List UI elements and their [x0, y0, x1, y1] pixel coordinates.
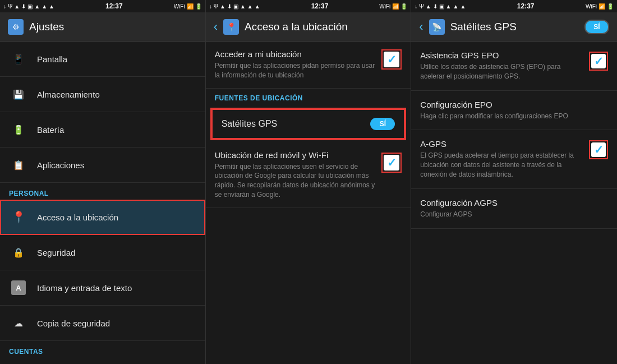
usb-icon: Ψ — [8, 3, 12, 10]
warn2-icon3: ▲ — [247, 3, 253, 10]
warn2-icon4: ▲ — [255, 3, 260, 10]
status-time-1: 12:37 — [105, 2, 123, 10]
status-icons-left-1: ↓ Ψ ▲ ⬇ ▣ ▲ ▲ ▲ — [3, 3, 54, 10]
gps-toggle[interactable]: SÍ — [370, 118, 395, 130]
item-pantalla[interactable]: 📱 Pantalla — [0, 42, 205, 77]
warn3-icon1: ▲ — [426, 3, 431, 10]
gps-epo-item[interactable]: Asistencia GPS EPO Utilice los datos de … — [411, 42, 617, 91]
cam3-icon: ▣ — [439, 3, 444, 10]
notif-icon: ↓ — [3, 3, 6, 10]
almacenamiento-label: Almacenamiento — [37, 90, 196, 99]
status-bar-2: ↓ Ψ ▲ ⬇ ▣ ▲ ▲ ▲ 12:37 WiFi 📶 🔋 — [206, 0, 411, 12]
acceder-desc: Permitir que las aplicaciones pidan perm… — [215, 61, 376, 80]
wifi-icon: WiFi — [174, 3, 185, 10]
gps-epo-checkbox-area[interactable]: ✓ — [589, 52, 608, 71]
red-desc: Permitir que las aplicaciones usen el se… — [215, 162, 376, 200]
notif2-icon: ↓ — [209, 3, 212, 10]
dl2-icon: ⬇ — [227, 3, 232, 10]
item-ubicacion[interactable]: 📍 Acceso a la ubicación — [0, 200, 205, 235]
config-epo-item[interactable]: Configuración EPO Haga clic para modific… — [411, 91, 617, 131]
seguridad-text: Seguridad — [37, 248, 196, 257]
gps-header: ‹ 📡 Satélites GPS SÍ — [411, 12, 617, 42]
item-idioma[interactable]: A Idioma y entrada de texto — [0, 270, 205, 306]
battery-icon: 🔋 — [195, 3, 202, 10]
pantalla-label: Pantalla — [37, 54, 196, 64]
bateria-text: Batería — [37, 125, 196, 135]
config-epo-title: Configuración EPO — [420, 100, 608, 109]
ajustes-header-icon: ⚙ — [8, 19, 24, 35]
almacenamiento-icon: 💾 — [9, 85, 28, 104]
aplicaciones-icon: 📋 — [9, 155, 28, 174]
agps-item[interactable]: A-GPS El GPS pueda acelerar el tiempo pa… — [411, 130, 617, 188]
gps-epo-text: Asistencia GPS EPO Utilice los datos de … — [420, 50, 582, 81]
cam2-icon: ▣ — [233, 3, 238, 10]
acceder-row[interactable]: Acceder a mi ubicación Permitir que las … — [206, 42, 411, 89]
seguridad-icon: 🔒 — [9, 243, 28, 262]
gps-epo-check-icon: ✓ — [594, 54, 604, 68]
dl3-icon: ⬇ — [433, 3, 438, 10]
almacenamiento-text: Almacenamiento — [37, 90, 196, 99]
red-row[interactable]: Ubicación de red móvil y Wi-Fi Permitir … — [206, 142, 411, 208]
item-copia[interactable]: ☁ Copia de seguridad — [0, 306, 205, 341]
gps-epo-checkbox[interactable]: ✓ — [591, 54, 606, 68]
agps-text: A-GPS El GPS pueda acelerar el tiempo pa… — [420, 139, 582, 179]
red-title: Ubicación de red móvil y Wi-Fi — [215, 150, 376, 160]
red-checkbox-area[interactable]: ✓ — [381, 153, 402, 173]
gps-title: Satélites GPS — [222, 119, 278, 129]
config-epo-text: Configuración EPO Haga clic para modific… — [420, 100, 608, 121]
copia-text: Copia de seguridad — [37, 319, 196, 328]
status-icons-right-2: WiFi 📶 🔋 — [379, 3, 407, 10]
config-agps-desc: Configurar AGPS — [420, 210, 608, 219]
gps-content: Asistencia GPS EPO Utilice los datos de … — [411, 42, 617, 364]
acceder-checkbox[interactable]: ✓ — [384, 52, 399, 67]
battery2-icon: 🔋 — [400, 3, 407, 10]
personal-section-label: PERSONAL — [0, 183, 205, 200]
red-checkbox[interactable]: ✓ — [384, 155, 399, 171]
ubicacion-label: Acceso a la ubicación — [37, 213, 196, 222]
ubicacion-content: Acceder a mi ubicación Permitir que las … — [206, 42, 411, 364]
gps-title-header: Satélites GPS — [450, 21, 517, 33]
battery3-icon: 🔋 — [607, 3, 614, 10]
ubicacion-text: Acceso a la ubicación — [37, 213, 196, 222]
agps-checkbox[interactable]: ✓ — [591, 142, 606, 157]
ubicacion-header-icon: 📍 — [223, 19, 239, 35]
pantalla-text: Pantalla — [37, 54, 196, 64]
gps-toggle-row[interactable]: Satélites GPS SÍ — [211, 109, 406, 139]
config-agps-title: Configuración AGPS — [420, 198, 608, 208]
warn2-icon1: ▲ — [220, 3, 225, 10]
ajustes-content: 📱 Pantalla 💾 Almacenamiento 🔋 Batería 📋 … — [0, 42, 205, 364]
bateria-label: Batería — [37, 125, 196, 135]
back-arrow-gps[interactable]: ‹ — [419, 20, 423, 34]
ajustes-header: ⚙ Ajustes — [0, 12, 205, 42]
seguridad-label: Seguridad — [37, 248, 196, 257]
warn3-icon3: ▲ — [453, 3, 459, 10]
gps-header-toggle[interactable]: SÍ — [584, 20, 609, 34]
config-epo-desc: Haga clic para modificar las configuraci… — [420, 112, 608, 121]
back-arrow-ubicacion[interactable]: ‹ — [214, 20, 218, 34]
status-bar-3: ↓ Ψ ▲ ⬇ ▣ ▲ ▲ ▲ 12:37 WiFi 📶 🔋 — [411, 0, 617, 12]
item-google[interactable]: G Google — [0, 358, 205, 364]
acceder-checkbox-area[interactable]: ✓ — [381, 49, 402, 70]
agps-title: A-GPS — [420, 139, 582, 149]
agps-checkbox-area[interactable]: ✓ — [589, 140, 608, 159]
cam-icon: ▣ — [27, 3, 33, 10]
item-bateria[interactable]: 🔋 Batería — [0, 112, 205, 148]
warn3-icon4: ▲ — [460, 3, 466, 10]
pantalla-icon: 📱 — [9, 49, 28, 68]
dl-icon: ⬇ — [21, 3, 26, 10]
status-icons-left-3: ↓ Ψ ▲ ⬇ ▣ ▲ ▲ ▲ — [415, 3, 466, 10]
red-check-icon: ✓ — [387, 156, 397, 169]
item-almacenamiento[interactable]: 💾 Almacenamiento — [0, 77, 205, 112]
usb2-icon: Ψ — [214, 3, 218, 10]
signal2-icon: 📶 — [392, 3, 399, 10]
wifi2-icon: WiFi — [379, 3, 390, 10]
item-aplicaciones[interactable]: 📋 Aplicaciones — [0, 148, 205, 183]
config-agps-text: Configuración AGPS Configurar AGPS — [420, 198, 608, 219]
status-time-2: 12:37 — [311, 2, 329, 10]
warn-icon2: ▲ — [34, 3, 40, 10]
item-seguridad[interactable]: 🔒 Seguridad — [0, 235, 205, 270]
gps-epo-title: Asistencia GPS EPO — [420, 50, 582, 60]
ubicacion-header: ‹ 📍 Acceso a la ubicación — [206, 12, 411, 42]
config-agps-item[interactable]: Configuración AGPS Configurar AGPS — [411, 189, 617, 229]
status-icons-right-1: WiFi 📶 🔋 — [174, 3, 202, 10]
